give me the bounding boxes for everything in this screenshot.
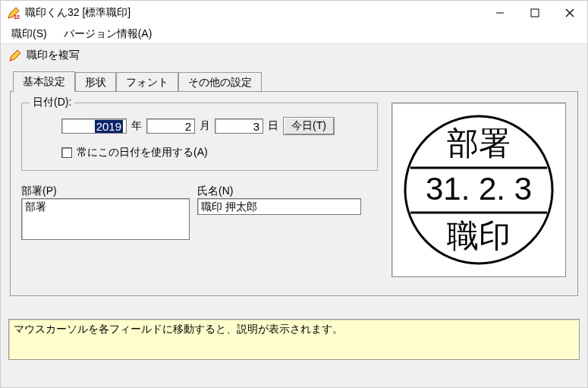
year-unit: 年 [131, 119, 142, 133]
close-button[interactable] [552, 1, 587, 25]
section-label: 職印を複写 [27, 49, 80, 62]
menu-about[interactable]: バージョン情報(A) [61, 26, 156, 43]
titlebar: 32 職印くん32 [標準職印] [1, 1, 587, 25]
app-window: 32 職印くん32 [標準職印] 職印(S) バージョン情報(A) [0, 0, 588, 388]
pencil-icon [8, 49, 22, 62]
status-area: マウスカーソルを各フィールドに移動すると、説明が表示されます。 [8, 319, 580, 360]
stamp-bottom-text: 職印 [447, 218, 511, 254]
month-field[interactable]: 2 [146, 118, 195, 134]
minimize-button[interactable] [483, 1, 517, 25]
tab-panel-basic: 日付(D): 2019 年 2 月 3 日 今日(T) 常にこの日付を使用する(… [10, 91, 578, 296]
dept-column: 部署(P) 部署 [21, 185, 190, 240]
app-icon: 32 [7, 6, 20, 20]
name-field[interactable]: 職印 押太郎 [197, 198, 361, 215]
year-value: 2019 [95, 120, 123, 133]
client-area: 職印を複写 基本設定 形状 フォント その他の設定 日付(D): 2019 年 … [1, 43, 587, 387]
day-value: 3 [253, 120, 259, 133]
stamp-middle-text: 31. 2. 3 [426, 171, 532, 207]
name-column: 氏名(N) 職印 押太郎 [197, 185, 361, 240]
tabstrip: 基本設定 形状 フォント その他の設定 [1, 71, 587, 91]
dept-name-row: 部署(P) 部署 氏名(N) 職印 押太郎 [21, 185, 378, 240]
month-unit: 月 [200, 119, 210, 133]
maximize-button[interactable] [517, 1, 552, 25]
dept-value: 部署 [25, 200, 46, 213]
dept-field[interactable]: 部署 [21, 198, 190, 240]
name-value: 職印 押太郎 [201, 200, 257, 213]
window-title: 職印くん32 [標準職印] [25, 6, 483, 20]
date-row: 2019 年 2 月 3 日 今日(T) [33, 117, 366, 135]
today-button[interactable]: 今日(T) [283, 117, 335, 135]
always-use-checkbox[interactable] [61, 147, 72, 158]
tab-shape[interactable]: 形状 [75, 72, 116, 93]
always-use-row: 常にこの日付を使用する(A) [33, 146, 366, 159]
dept-label: 部署(P) [21, 185, 190, 198]
stamp-preview: 部署 31. 2. 3 職印 [399, 110, 558, 270]
window-controls [483, 1, 587, 25]
stamp-preview-column: 部署 31. 2. 3 職印 [391, 103, 566, 285]
month-value: 2 [185, 120, 191, 133]
status-text: マウスカーソルを各フィールドに移動すると、説明が表示されます。 [14, 323, 343, 335]
year-field[interactable]: 2019 [61, 118, 127, 134]
tab-font[interactable]: フォント [116, 72, 178, 93]
stamp-preview-frame: 部署 31. 2. 3 職印 [391, 103, 566, 277]
left-column: 日付(D): 2019 年 2 月 3 日 今日(T) 常にこの日付を使用する(… [21, 103, 378, 285]
day-unit: 日 [268, 119, 278, 133]
tab-basic[interactable]: 基本設定 [13, 71, 75, 92]
menubar: 職印(S) バージョン情報(A) [1, 25, 587, 43]
section-header: 職印を複写 [1, 43, 587, 66]
svg-text:32: 32 [14, 14, 20, 20]
always-use-label: 常にこの日付を使用する(A) [77, 146, 208, 159]
svg-rect-2 [531, 9, 539, 17]
date-legend: 日付(D): [30, 96, 74, 109]
day-field[interactable]: 3 [215, 118, 263, 134]
tab-other[interactable]: その他の設定 [178, 72, 262, 93]
menu-stamp[interactable]: 職印(S) [8, 26, 50, 43]
stamp-top-text: 部署 [447, 125, 511, 161]
date-groupbox: 日付(D): 2019 年 2 月 3 日 今日(T) 常にこの日付を使用する(… [21, 103, 378, 171]
name-label: 氏名(N) [197, 185, 361, 198]
